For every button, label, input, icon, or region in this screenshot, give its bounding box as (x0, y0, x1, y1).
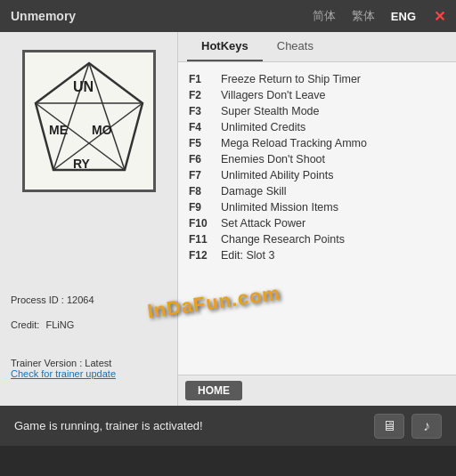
hotkey-row: F3Super Stealth Mode (185, 103, 449, 119)
hotkey-key: F11 (189, 233, 221, 246)
lang-traditional[interactable]: 繁体 (348, 6, 379, 26)
svg-text:MO: MO (92, 123, 112, 137)
process-info: Process ID : 12064 Credit: FLiNG (11, 292, 94, 335)
hotkey-row: F11Change Research Points (185, 231, 449, 247)
hotkey-row: F5Mega Reload Tracking Ammo (185, 135, 449, 151)
hotkey-row: F10Set Attack Power (185, 215, 449, 231)
monitor-icon-button[interactable]: 🖥 (374, 414, 404, 439)
main-content: UN ME MO RY Process ID : 12064 Credit: F… (0, 32, 456, 406)
app-title: Unmemory (11, 9, 76, 23)
home-button[interactable]: HOME (185, 381, 242, 400)
hotkey-key: F12 (189, 249, 221, 262)
monitor-icon: 🖥 (382, 418, 396, 434)
hotkey-label: Unlimited Ability Points (221, 169, 333, 182)
hotkey-row: F9Unlimited Mission Items (185, 199, 449, 215)
hotkey-label: Super Stealth Mode (221, 105, 320, 117)
hotkeys-list: F1Freeze Return to Ship TimerF2Villagers… (178, 62, 456, 375)
hotkey-key: F2 (189, 89, 221, 101)
lang-simplified[interactable]: 简体 (309, 6, 339, 26)
status-icons: 🖥 ♪ (374, 414, 442, 439)
music-icon-button[interactable]: ♪ (411, 414, 442, 439)
left-panel: UN ME MO RY Process ID : 12064 Credit: F… (0, 32, 178, 406)
hotkey-key: F9 (189, 201, 221, 214)
hotkey-label: Freeze Return to Ship Timer (221, 73, 361, 85)
hotkey-label: Change Research Points (221, 233, 345, 246)
hotkey-key: F4 (189, 121, 221, 133)
process-id-label: Process ID : 12064 (11, 292, 94, 310)
tabs-bar: HotKeys Cheats (178, 32, 456, 62)
hotkey-row: F6Enemies Don't Shoot (185, 151, 449, 167)
credit-value: FLiNG (45, 319, 74, 330)
hotkey-label: Enemies Don't Shoot (221, 153, 325, 165)
status-bar: Game is running, trainer is activated! 🖥… (0, 406, 456, 446)
close-button[interactable]: ✕ (434, 8, 445, 25)
logo-svg: UN ME MO RY (27, 54, 151, 188)
tab-cheats[interactable]: Cheats (263, 32, 328, 61)
hotkey-key: F10 (189, 217, 221, 230)
svg-text:ME: ME (49, 123, 68, 137)
hotkey-label: Villagers Don't Leave (221, 89, 326, 101)
hotkey-key: F6 (189, 153, 221, 165)
music-icon: ♪ (423, 418, 430, 434)
trainer-version-area: Trainer Version : Latest Check for train… (11, 358, 116, 379)
hotkey-row: F12Edit: Slot 3 (185, 247, 449, 263)
game-logo: UN ME MO RY (22, 50, 156, 192)
svg-text:UN: UN (73, 79, 94, 94)
svg-text:RY: RY (73, 157, 91, 171)
hotkey-row: F8Damage Skill (185, 183, 449, 199)
hotkey-key: F7 (189, 169, 221, 182)
hotkey-key: F1 (189, 73, 221, 85)
tab-hotkeys[interactable]: HotKeys (187, 32, 263, 61)
hotkey-label: Set Attack Power (221, 217, 305, 230)
hotkey-label: Mega Reload Tracking Ammo (221, 137, 367, 149)
hotkey-key: F5 (189, 137, 221, 149)
hotkey-row: F2Villagers Don't Leave (185, 87, 449, 103)
hotkey-label: Edit: Slot 3 (221, 249, 274, 262)
hotkey-label: Unlimited Credits (221, 121, 305, 133)
right-panel: HotKeys Cheats F1Freeze Return to Ship T… (178, 32, 456, 406)
svg-line-3 (89, 63, 125, 170)
hotkey-row: F1Freeze Return to Ship Timer (185, 71, 449, 87)
credit-label: Credit: (11, 319, 39, 330)
trainer-version-label: Trainer Version : Latest (11, 358, 116, 368)
status-message: Game is running, trainer is activated! (14, 419, 203, 432)
hotkey-label: Unlimited Mission Items (221, 201, 338, 214)
home-area: HOME (178, 375, 456, 406)
hotkey-row: F4Unlimited Credits (185, 119, 449, 135)
lang-english[interactable]: ENG (387, 8, 419, 25)
hotkey-row: F7Unlimited Ability Points (185, 167, 449, 183)
hotkey-key: F8 (189, 185, 221, 198)
hotkey-key: F3 (189, 105, 221, 117)
lang-controls: 简体 繁体 ENG ✕ (309, 6, 445, 26)
hotkey-label: Damage Skill (221, 185, 287, 198)
title-bar: Unmemory 简体 繁体 ENG ✕ (0, 0, 456, 32)
update-link[interactable]: Check for trainer update (11, 368, 116, 379)
